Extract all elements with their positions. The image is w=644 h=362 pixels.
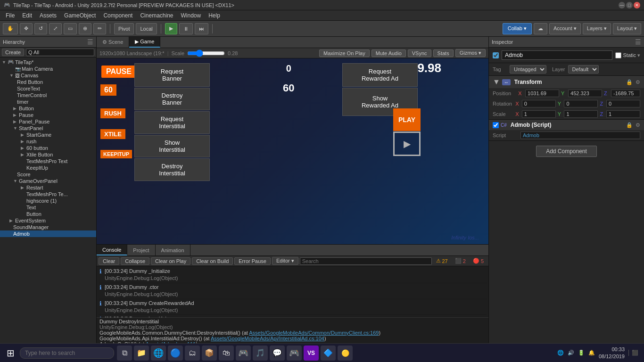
tree-item-xtilebutton[interactable]: ▶ Xtile Button (0, 151, 96, 158)
inspector-menu-icon[interactable]: ☰ (635, 38, 641, 46)
transform-settings-icon[interactable]: ⚙ (636, 79, 640, 85)
transform-tool[interactable]: ⊕ (79, 23, 91, 34)
scale-slider[interactable] (187, 49, 225, 57)
menu-file[interactable]: File (2, 11, 18, 20)
tree-item-highscore[interactable]: highscore (1) (0, 197, 96, 204)
tree-item-textmeshpro[interactable]: TextMeshPro Text (0, 158, 96, 165)
taskbar-show-desktop[interactable]: ⬛ (628, 350, 638, 356)
layers-button[interactable]: Layers ▾ (583, 23, 611, 34)
taskbar-icon-taskview[interactable]: ⧉ (117, 346, 132, 361)
tree-item-score[interactable]: Score (0, 171, 96, 178)
tree-item-timercontrol[interactable]: TimerControl (0, 92, 96, 99)
clear-on-play-button[interactable]: Clear on Play (151, 257, 190, 265)
maximize-on-play-button[interactable]: Maximize On Play (319, 49, 370, 57)
console-search[interactable] (300, 257, 432, 265)
taskbar-icon-steam[interactable]: 🎮 (236, 346, 251, 361)
collab-button[interactable]: Collab ▾ (503, 23, 532, 34)
move-tool[interactable]: ✥ (20, 23, 33, 34)
scale-z-field[interactable] (606, 110, 640, 118)
editor-button[interactable]: Editor ▾ (272, 257, 298, 265)
taskbar-icon-unity[interactable]: 🎮 (287, 346, 302, 361)
log-entry-2[interactable]: ℹ [00:33:24] Dummy CreateRewardedAd Unit… (99, 299, 487, 315)
link-interstitialad[interactable]: Assets/GoogleMobileAds/Api/InterstitialA… (211, 336, 324, 341)
request-banner-button[interactable]: RequestBanner (134, 63, 210, 87)
pos-x-field[interactable] (525, 90, 559, 97)
play-game-button[interactable]: PLAY (393, 108, 421, 131)
tag-select[interactable]: Untagged (510, 65, 546, 74)
layout-button[interactable]: Layout ▾ (613, 23, 641, 34)
object-enabled-checkbox[interactable] (493, 52, 499, 58)
console-tab[interactable]: Console (97, 245, 127, 255)
request-interstitial-button[interactable]: RequestInterstitial (134, 111, 210, 134)
pause-game-button[interactable]: PAUSE (101, 66, 136, 78)
taskbar-icon-package[interactable]: 📦 (202, 346, 217, 361)
tree-item-restart[interactable]: ▶ Restart (0, 184, 96, 191)
create-button[interactable]: Create (2, 49, 24, 56)
admob-script-header[interactable]: C# Admob (Script) 🔒 ⚙ (489, 120, 644, 130)
tree-item-redbutton[interactable]: Red Button (0, 79, 96, 85)
scale-tool[interactable]: ⤢ (49, 23, 62, 34)
tree-item-text[interactable]: Text (0, 204, 96, 211)
taskbar-icon-explorer[interactable]: 📁 (134, 346, 149, 361)
project-tab[interactable]: Project (127, 245, 155, 255)
close-button[interactable]: ✕ (634, 2, 640, 8)
play-button[interactable]: ▶ (165, 23, 177, 34)
clear-button[interactable]: Clear (99, 257, 119, 265)
taskbar-icon-chrome[interactable]: 🔵 (168, 346, 183, 361)
pivot-button[interactable]: Pivot (114, 23, 134, 34)
taskbar-icon-rider[interactable]: 🔷 (321, 346, 336, 361)
start-button[interactable]: ⊞ (2, 345, 19, 362)
local-button[interactable]: Local (136, 23, 157, 34)
layer-select[interactable]: Default (568, 65, 599, 74)
minimize-button[interactable]: — (619, 2, 625, 8)
scale-x-field[interactable] (522, 110, 556, 118)
collapse-button[interactable]: Collapse (121, 257, 149, 265)
taskbar-search[interactable] (20, 347, 114, 359)
pos-z-field[interactable] (611, 90, 640, 97)
pause-button[interactable]: ⏸ (179, 23, 193, 34)
clear-on-build-button[interactable]: Clear on Build (192, 257, 233, 265)
taskbar-icon-files[interactable]: 🗂 (185, 346, 200, 361)
tree-item-admob[interactable]: Admob (0, 230, 96, 237)
rot-x-field[interactable] (522, 100, 556, 107)
pos-y-field[interactable] (568, 90, 602, 97)
rect-tool[interactable]: ▭ (64, 23, 77, 34)
log-entry-0[interactable]: ℹ [00:33:24] Dummy _Initialize UnityEngi… (99, 267, 487, 283)
animation-tab[interactable]: Animation (156, 245, 190, 255)
script-field[interactable]: Admob (520, 132, 640, 139)
rot-z-field[interactable] (606, 100, 640, 107)
step-button[interactable]: ⏭ (195, 23, 208, 34)
request-rewarded-button[interactable]: RequestRewarded Ad (342, 63, 418, 87)
game-tab[interactable]: ▶ Game (129, 37, 160, 48)
hierarchy-menu-icon[interactable]: ☰ (87, 38, 93, 46)
static-check[interactable] (615, 52, 621, 58)
tree-item-scoretext[interactable]: ScoreText (0, 85, 96, 92)
menu-assets[interactable]: Assets (36, 11, 60, 20)
add-component-button[interactable]: Add Component (536, 146, 597, 157)
maximize-button[interactable]: □ (626, 2, 633, 8)
transform-header[interactable]: ▼ ↔ Transform 🔒 ⚙ (489, 76, 644, 88)
tree-item-60button[interactable]: ▶ 60 button (0, 145, 96, 151)
menu-component[interactable]: Component (99, 11, 136, 20)
tree-item-startgame[interactable]: ▶ StartGame (0, 132, 96, 138)
tree-item-soundmanager[interactable]: SoundManager (0, 224, 96, 230)
tree-item-timer[interactable]: timer (0, 99, 96, 105)
tree-item-keepitup[interactable]: KeepItUp (0, 165, 96, 171)
destroy-banner-button[interactable]: DestroyBanner (134, 88, 210, 110)
destroy-interstitial-button[interactable]: DestroyInterstitial (134, 158, 210, 181)
vsync-button[interactable]: VSync (408, 49, 431, 57)
scene-tab[interactable]: ⚙ Scene (97, 37, 129, 48)
admob-settings-icon[interactable]: ⚙ (636, 122, 640, 128)
tree-item-rush[interactable]: ▶ rush (0, 138, 96, 145)
tree-item-pause[interactable]: ▶ Pause (0, 112, 96, 118)
gizmos-button[interactable]: Gizmos ▾ (455, 49, 486, 57)
admob-enabled-check[interactable] (493, 122, 499, 128)
cloud-button[interactable]: ☁ (534, 23, 547, 34)
tree-item-button[interactable]: ▶ Button (0, 105, 96, 112)
static-arrow[interactable]: ▾ (637, 52, 640, 58)
stats-button[interactable]: Stats (433, 49, 454, 57)
tree-item-button2[interactable]: Button (0, 211, 96, 217)
tree-item-gameoverpanel[interactable]: ▼ GameOverPanel (0, 178, 96, 184)
mute-audio-button[interactable]: Mute Audio (372, 49, 406, 57)
menu-gameobject[interactable]: GameObject (60, 11, 99, 20)
